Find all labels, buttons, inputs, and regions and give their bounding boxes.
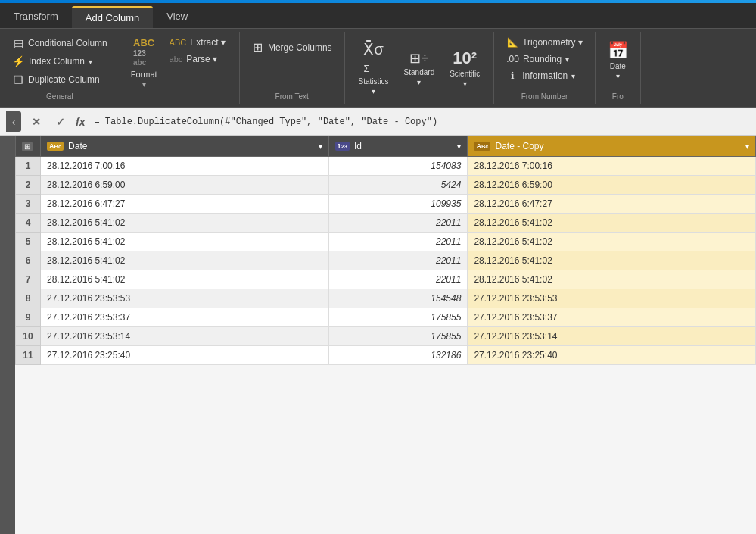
index-column-button[interactable]: ⚡ Index Column ▾ — [8, 53, 112, 70]
date-copy-cell: 27.12.2016 23:53:53 — [468, 289, 756, 308]
data-table: ⊞ ABc Date ▾ 123 Id ▾ — [15, 136, 756, 365]
table-selector-icon: ⊞ — [22, 142, 33, 151]
row-number: 4 — [16, 214, 41, 233]
date-cell: 28.12.2016 7:00:16 — [41, 157, 329, 176]
from-number-section-label: From Number — [502, 89, 587, 101]
trigonometry-button[interactable]: 📐 Trigonometry ▾ — [502, 35, 587, 50]
date-copy-column-header[interactable]: ABc Date - Copy ▾ — [468, 136, 756, 157]
id-cell: 109935 — [328, 195, 468, 214]
date-copy-cell: 28.12.2016 5:41:02 — [468, 251, 756, 270]
information-icon: ℹ — [506, 70, 518, 81]
standard-button[interactable]: ⊞÷ Standard ▾ — [400, 47, 440, 89]
id-cell: 22011 — [328, 270, 468, 289]
table-row: 728.12.2016 5:41:022201128.12.2016 5:41:… — [16, 270, 756, 289]
row-number: 10 — [16, 327, 41, 346]
left-sidebar — [0, 136, 15, 534]
from-number-section: X̄σΣ Statistics ▾ ⊞÷ Standard ▾ 10² Scie… — [345, 32, 495, 104]
merge-columns-button[interactable]: ⊞ Merge Columns — [247, 38, 337, 59]
general-section-label: General — [8, 89, 112, 101]
row-number: 5 — [16, 233, 41, 251]
id-type-icon: 123 — [335, 142, 350, 151]
formula-content: = Table.DuplicateColumn(#"Changed Type",… — [94, 117, 750, 127]
cancel-button[interactable]: ✕ — [27, 113, 45, 131]
date-cell: 28.12.2016 5:41:02 — [41, 270, 329, 289]
general-buttons: ▤ Conditional Column ⚡ Index Column ▾ ❑ … — [8, 35, 112, 88]
extract-button[interactable]: ABC Extract ▾ — [165, 35, 230, 50]
table-row: 628.12.2016 5:41:022201128.12.2016 5:41:… — [16, 251, 756, 270]
formula-bar: ‹ ✕ ✓ fx = Table.DuplicateColumn(#"Chang… — [0, 108, 756, 136]
format-section: ABC 123 abc Format ▾ ABC Extract ▾ abc P… — [120, 32, 240, 104]
duplicate-column-icon: ❑ — [12, 73, 24, 86]
date-copy-cell: 28.12.2016 7:00:16 — [468, 157, 756, 176]
scientific-icon: 10² — [453, 48, 477, 68]
tab-add-column[interactable]: Add Column — [72, 6, 154, 28]
row-number: 6 — [16, 251, 41, 270]
duplicate-column-button[interactable]: ❑ Duplicate Column — [8, 71, 112, 88]
format-label: Format — [131, 70, 157, 79]
rounding-button[interactable]: .00 Rounding ▾ — [502, 52, 587, 67]
id-col-dropdown[interactable]: ▾ — [457, 142, 461, 151]
extract-icon: ABC — [170, 38, 187, 47]
row-number: 1 — [16, 157, 41, 176]
date-section: 📅 Date ▾ Fro — [596, 32, 641, 104]
format-sub-buttons: ABC Extract ▾ abc Parse ▾ — [165, 35, 230, 101]
id-cell: 175855 — [328, 327, 468, 346]
statistics-button[interactable]: X̄σΣ Statistics ▾ — [354, 37, 394, 98]
date-copy-col-dropdown[interactable]: ▾ — [745, 142, 749, 151]
date-col-dropdown[interactable]: ▾ — [319, 142, 322, 151]
date-copy-cell: 28.12.2016 5:41:02 — [468, 270, 756, 289]
conditional-column-button[interactable]: ▤ Conditional Column — [8, 35, 112, 52]
date-cell: 28.12.2016 5:41:02 — [41, 214, 329, 233]
row-number: 3 — [16, 195, 41, 214]
confirm-button[interactable]: ✓ — [51, 113, 70, 131]
date-button[interactable]: 📅 Date ▾ — [603, 38, 633, 83]
parse-button[interactable]: abc Parse ▾ — [165, 52, 230, 67]
date-cell: 27.12.2016 23:53:14 — [41, 327, 329, 346]
information-button[interactable]: ℹ Information ▾ — [502, 68, 587, 83]
general-section: ▤ Conditional Column ⚡ Index Column ▾ ❑ … — [0, 32, 120, 104]
format-large-button[interactable]: ABC 123 abc Format ▾ — [126, 35, 162, 101]
table-row: 827.12.2016 23:53:5315454827.12.2016 23:… — [16, 289, 756, 308]
conditional-column-icon: ▤ — [12, 37, 24, 49]
table-body: 128.12.2016 7:00:1615408328.12.2016 7:00… — [16, 157, 756, 365]
id-column-header[interactable]: 123 Id ▾ — [328, 136, 468, 157]
fx-label: fx — [76, 116, 85, 128]
tab-transform[interactable]: Transform — [0, 6, 72, 28]
scientific-button[interactable]: 10² Scientific ▾ — [445, 45, 484, 91]
row-number: 9 — [16, 308, 41, 327]
ribbon-tabs: Transform Add Column View — [0, 3, 756, 29]
id-cell: 154083 — [328, 157, 468, 176]
date-column-header[interactable]: ABc Date ▾ — [41, 136, 329, 157]
row-number: 2 — [16, 176, 41, 195]
from-text-section-label: From Text — [247, 89, 337, 101]
table-row: 528.12.2016 5:41:022201128.12.2016 5:41:… — [16, 233, 756, 251]
id-cell: 132186 — [328, 346, 468, 365]
row-number: 7 — [16, 270, 41, 289]
row-number: 8 — [16, 289, 41, 308]
date-cell: 28.12.2016 5:41:02 — [41, 251, 329, 270]
table-selector-header[interactable]: ⊞ — [16, 136, 41, 157]
date-type-icon: ABc — [47, 142, 64, 151]
rounding-icon: .00 — [506, 54, 519, 64]
table-row: 128.12.2016 7:00:1615408328.12.2016 7:00… — [16, 157, 756, 176]
table-row: 328.12.2016 6:47:2710993528.12.2016 6:47… — [16, 195, 756, 214]
table-area[interactable]: ⊞ ABc Date ▾ 123 Id ▾ — [15, 136, 756, 534]
statistics-icon: X̄σΣ — [363, 40, 383, 76]
main-content: ⊞ ABc Date ▾ 123 Id ▾ — [0, 136, 756, 534]
date-cell: 28.12.2016 6:59:00 — [41, 176, 329, 195]
table-row: 927.12.2016 23:53:3717585527.12.2016 23:… — [16, 308, 756, 327]
id-cell: 22011 — [328, 251, 468, 270]
merge-section: ⊞ Merge Columns From Text — [240, 32, 345, 104]
tab-view[interactable]: View — [153, 6, 201, 28]
date-copy-cell: 27.12.2016 23:25:40 — [468, 346, 756, 365]
id-cell: 154548 — [328, 289, 468, 308]
date-cell: 28.12.2016 5:41:02 — [41, 233, 329, 251]
parse-icon: abc — [170, 55, 183, 64]
table-row: 228.12.2016 6:59:00542428.12.2016 6:59:0… — [16, 176, 756, 195]
date-cell: 27.12.2016 23:53:37 — [41, 308, 329, 327]
merge-columns-icon: ⊞ — [252, 40, 264, 55]
date-copy-cell: 28.12.2016 6:59:00 — [468, 176, 756, 195]
collapse-button[interactable]: ‹ — [6, 111, 21, 132]
id-cell: 175855 — [328, 308, 468, 327]
date-cell: 27.12.2016 23:53:53 — [41, 289, 329, 308]
